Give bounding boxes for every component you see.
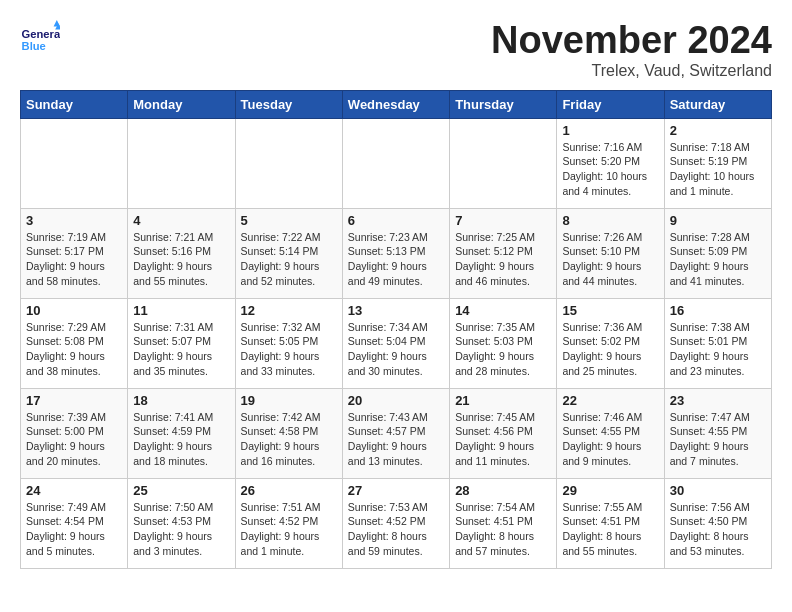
day-number: 16 [670, 303, 766, 318]
calendar-cell: 5Sunrise: 7:22 AMSunset: 5:14 PMDaylight… [235, 208, 342, 298]
calendar-cell: 8Sunrise: 7:26 AMSunset: 5:10 PMDaylight… [557, 208, 664, 298]
calendar-cell: 6Sunrise: 7:23 AMSunset: 5:13 PMDaylight… [342, 208, 449, 298]
calendar-cell: 3Sunrise: 7:19 AMSunset: 5:17 PMDaylight… [21, 208, 128, 298]
day-number: 17 [26, 393, 122, 408]
day-info: Sunrise: 7:56 AMSunset: 4:50 PMDaylight:… [670, 500, 766, 559]
day-info: Sunrise: 7:46 AMSunset: 4:55 PMDaylight:… [562, 410, 658, 469]
calendar-cell: 20Sunrise: 7:43 AMSunset: 4:57 PMDayligh… [342, 388, 449, 478]
calendar-cell: 1Sunrise: 7:16 AMSunset: 5:20 PMDaylight… [557, 118, 664, 208]
header-day-friday: Friday [557, 90, 664, 118]
calendar-cell: 15Sunrise: 7:36 AMSunset: 5:02 PMDayligh… [557, 298, 664, 388]
calendar-cell: 4Sunrise: 7:21 AMSunset: 5:16 PMDaylight… [128, 208, 235, 298]
day-info: Sunrise: 7:54 AMSunset: 4:51 PMDaylight:… [455, 500, 551, 559]
calendar-cell [128, 118, 235, 208]
day-number: 9 [670, 213, 766, 228]
day-number: 8 [562, 213, 658, 228]
calendar-cell: 29Sunrise: 7:55 AMSunset: 4:51 PMDayligh… [557, 478, 664, 568]
svg-text:General: General [22, 28, 60, 40]
day-number: 3 [26, 213, 122, 228]
header-day-thursday: Thursday [450, 90, 557, 118]
day-number: 24 [26, 483, 122, 498]
title-block: November 2024 Trelex, Vaud, Switzerland [491, 20, 772, 80]
week-row-2: 3Sunrise: 7:19 AMSunset: 5:17 PMDaylight… [21, 208, 772, 298]
day-info: Sunrise: 7:38 AMSunset: 5:01 PMDaylight:… [670, 320, 766, 379]
day-number: 26 [241, 483, 337, 498]
day-info: Sunrise: 7:21 AMSunset: 5:16 PMDaylight:… [133, 230, 229, 289]
calendar-cell: 26Sunrise: 7:51 AMSunset: 4:52 PMDayligh… [235, 478, 342, 568]
week-row-1: 1Sunrise: 7:16 AMSunset: 5:20 PMDaylight… [21, 118, 772, 208]
day-info: Sunrise: 7:45 AMSunset: 4:56 PMDaylight:… [455, 410, 551, 469]
calendar-cell: 19Sunrise: 7:42 AMSunset: 4:58 PMDayligh… [235, 388, 342, 478]
header-day-saturday: Saturday [664, 90, 771, 118]
day-info: Sunrise: 7:36 AMSunset: 5:02 PMDaylight:… [562, 320, 658, 379]
week-row-4: 17Sunrise: 7:39 AMSunset: 5:00 PMDayligh… [21, 388, 772, 478]
calendar-table: SundayMondayTuesdayWednesdayThursdayFrid… [20, 90, 772, 569]
day-info: Sunrise: 7:25 AMSunset: 5:12 PMDaylight:… [455, 230, 551, 289]
calendar-cell: 28Sunrise: 7:54 AMSunset: 4:51 PMDayligh… [450, 478, 557, 568]
day-info: Sunrise: 7:47 AMSunset: 4:55 PMDaylight:… [670, 410, 766, 469]
day-number: 5 [241, 213, 337, 228]
day-number: 25 [133, 483, 229, 498]
day-number: 23 [670, 393, 766, 408]
day-info: Sunrise: 7:32 AMSunset: 5:05 PMDaylight:… [241, 320, 337, 379]
calendar-cell: 17Sunrise: 7:39 AMSunset: 5:00 PMDayligh… [21, 388, 128, 478]
calendar-cell [450, 118, 557, 208]
day-number: 2 [670, 123, 766, 138]
day-info: Sunrise: 7:22 AMSunset: 5:14 PMDaylight:… [241, 230, 337, 289]
day-number: 4 [133, 213, 229, 228]
day-number: 14 [455, 303, 551, 318]
day-info: Sunrise: 7:43 AMSunset: 4:57 PMDaylight:… [348, 410, 444, 469]
calendar-cell: 11Sunrise: 7:31 AMSunset: 5:07 PMDayligh… [128, 298, 235, 388]
day-number: 30 [670, 483, 766, 498]
day-info: Sunrise: 7:34 AMSunset: 5:04 PMDaylight:… [348, 320, 444, 379]
day-info: Sunrise: 7:51 AMSunset: 4:52 PMDaylight:… [241, 500, 337, 559]
day-info: Sunrise: 7:55 AMSunset: 4:51 PMDaylight:… [562, 500, 658, 559]
logo: General Blue [20, 20, 64, 60]
day-info: Sunrise: 7:35 AMSunset: 5:03 PMDaylight:… [455, 320, 551, 379]
calendar-cell: 21Sunrise: 7:45 AMSunset: 4:56 PMDayligh… [450, 388, 557, 478]
day-info: Sunrise: 7:39 AMSunset: 5:00 PMDaylight:… [26, 410, 122, 469]
day-info: Sunrise: 7:41 AMSunset: 4:59 PMDaylight:… [133, 410, 229, 469]
calendar-cell: 30Sunrise: 7:56 AMSunset: 4:50 PMDayligh… [664, 478, 771, 568]
calendar-header: SundayMondayTuesdayWednesdayThursdayFrid… [21, 90, 772, 118]
calendar-cell [21, 118, 128, 208]
calendar-cell: 27Sunrise: 7:53 AMSunset: 4:52 PMDayligh… [342, 478, 449, 568]
day-info: Sunrise: 7:49 AMSunset: 4:54 PMDaylight:… [26, 500, 122, 559]
day-number: 19 [241, 393, 337, 408]
day-number: 29 [562, 483, 658, 498]
calendar-cell: 13Sunrise: 7:34 AMSunset: 5:04 PMDayligh… [342, 298, 449, 388]
svg-text:Blue: Blue [22, 40, 46, 52]
day-number: 15 [562, 303, 658, 318]
header-day-sunday: Sunday [21, 90, 128, 118]
day-info: Sunrise: 7:29 AMSunset: 5:08 PMDaylight:… [26, 320, 122, 379]
day-info: Sunrise: 7:42 AMSunset: 4:58 PMDaylight:… [241, 410, 337, 469]
calendar-cell [235, 118, 342, 208]
calendar-cell: 23Sunrise: 7:47 AMSunset: 4:55 PMDayligh… [664, 388, 771, 478]
day-number: 13 [348, 303, 444, 318]
calendar-cell: 24Sunrise: 7:49 AMSunset: 4:54 PMDayligh… [21, 478, 128, 568]
header: General Blue November 2024 Trelex, Vaud,… [20, 20, 772, 80]
day-number: 11 [133, 303, 229, 318]
calendar-cell: 9Sunrise: 7:28 AMSunset: 5:09 PMDaylight… [664, 208, 771, 298]
calendar-cell: 12Sunrise: 7:32 AMSunset: 5:05 PMDayligh… [235, 298, 342, 388]
location-title: Trelex, Vaud, Switzerland [491, 62, 772, 80]
day-number: 6 [348, 213, 444, 228]
calendar-body: 1Sunrise: 7:16 AMSunset: 5:20 PMDaylight… [21, 118, 772, 568]
day-number: 12 [241, 303, 337, 318]
calendar-cell [342, 118, 449, 208]
day-info: Sunrise: 7:28 AMSunset: 5:09 PMDaylight:… [670, 230, 766, 289]
day-info: Sunrise: 7:53 AMSunset: 4:52 PMDaylight:… [348, 500, 444, 559]
day-number: 10 [26, 303, 122, 318]
day-info: Sunrise: 7:23 AMSunset: 5:13 PMDaylight:… [348, 230, 444, 289]
calendar-cell: 7Sunrise: 7:25 AMSunset: 5:12 PMDaylight… [450, 208, 557, 298]
day-info: Sunrise: 7:31 AMSunset: 5:07 PMDaylight:… [133, 320, 229, 379]
calendar-cell: 2Sunrise: 7:18 AMSunset: 5:19 PMDaylight… [664, 118, 771, 208]
calendar-cell: 22Sunrise: 7:46 AMSunset: 4:55 PMDayligh… [557, 388, 664, 478]
day-info: Sunrise: 7:50 AMSunset: 4:53 PMDaylight:… [133, 500, 229, 559]
day-info: Sunrise: 7:26 AMSunset: 5:10 PMDaylight:… [562, 230, 658, 289]
day-info: Sunrise: 7:19 AMSunset: 5:17 PMDaylight:… [26, 230, 122, 289]
day-number: 20 [348, 393, 444, 408]
day-info: Sunrise: 7:18 AMSunset: 5:19 PMDaylight:… [670, 140, 766, 199]
day-number: 28 [455, 483, 551, 498]
day-number: 7 [455, 213, 551, 228]
